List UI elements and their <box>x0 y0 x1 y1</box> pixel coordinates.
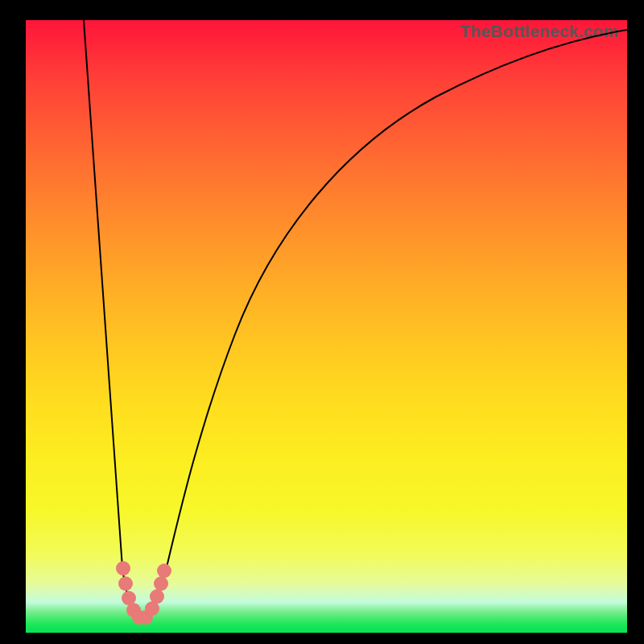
curve-overlay <box>26 20 627 633</box>
data-marker <box>154 576 168 591</box>
data-marker <box>157 564 171 578</box>
plot-area: TheBottleneck.com <box>26 20 627 633</box>
chart-frame: TheBottleneck.com <box>0 0 644 644</box>
data-marker <box>116 561 130 576</box>
data-marker <box>150 589 164 604</box>
curve-group <box>84 20 627 617</box>
bottleneck-curve <box>84 20 627 617</box>
marker-group <box>116 561 171 625</box>
data-marker <box>118 576 133 591</box>
